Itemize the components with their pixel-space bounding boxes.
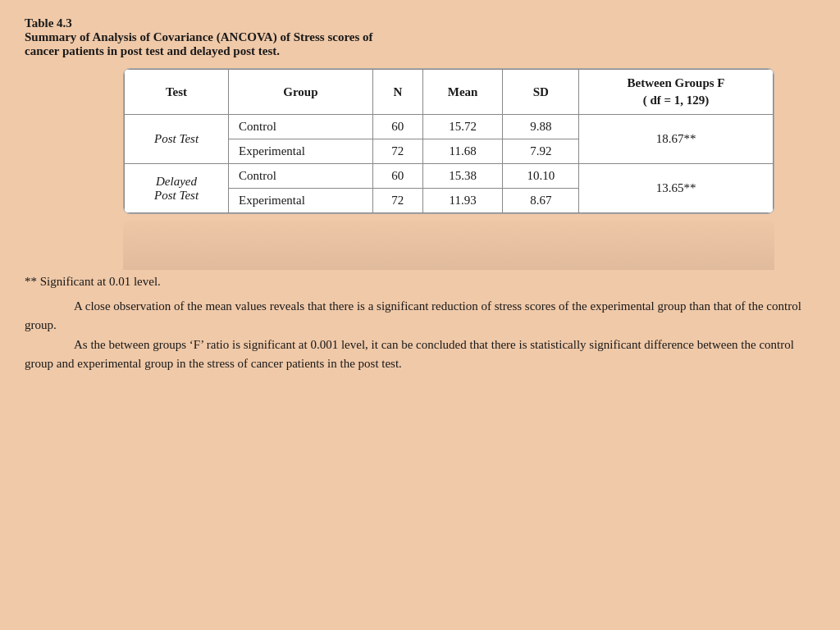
mean-control-1: 15.72 [422, 115, 503, 139]
group-control-2: Control [229, 164, 373, 189]
data-table-wrapper: Test Group N Mean SD Between Groups F ( … [123, 68, 774, 214]
group-experimental-1: Experimental [229, 139, 373, 164]
page-content: Table 4.3 Summary of Analysis of Covaria… [0, 0, 840, 390]
paragraph-2: As the between groups ‘F’ ratio is signi… [25, 336, 815, 372]
sd-control-2: 10.10 [503, 164, 579, 189]
col-header-sd: SD [503, 70, 579, 115]
title-block: Table 4.3 Summary of Analysis of Covaria… [25, 16, 815, 58]
group-control-1: Control [229, 115, 373, 139]
col-header-n: N [372, 70, 422, 115]
table-reflection [123, 221, 774, 270]
ancova-table: Test Group N Mean SD Between Groups F ( … [124, 69, 774, 213]
f-value-post-test: 18.67** [579, 115, 774, 164]
table-row: DelayedPost Test Control 60 15.38 10.10 … [125, 164, 774, 189]
test-post-test: Post Test [125, 115, 229, 164]
col-header-group: Group [229, 70, 373, 115]
sd-experimental-2: 8.67 [503, 189, 579, 213]
f-value-delayed-post-test: 13.65** [579, 164, 774, 213]
sd-control-1: 9.88 [503, 115, 579, 139]
test-delayed-post-test: DelayedPost Test [125, 164, 229, 213]
n-experimental-1: 72 [372, 139, 422, 164]
mean-experimental-2: 11.93 [422, 189, 503, 213]
mean-control-2: 15.38 [422, 164, 503, 189]
footnote: ** Significant at 0.01 level. [25, 275, 815, 289]
title-line2: Summary of Analysis of Covariance (ANCOV… [25, 30, 815, 44]
title-line3: cancer patients in post test and delayed… [25, 44, 815, 58]
n-control-2: 60 [372, 164, 422, 189]
paragraph-1: A close observation of the mean values r… [25, 297, 815, 334]
n-control-1: 60 [372, 115, 422, 139]
table-row: Post Test Control 60 15.72 9.88 18.67** [125, 115, 774, 139]
col-header-test: Test [125, 70, 229, 115]
col-header-between-groups: Between Groups F ( df = 1, 129) [579, 70, 774, 115]
title-line1: Table 4.3 [25, 16, 815, 30]
sd-experimental-1: 7.92 [503, 139, 579, 164]
mean-experimental-1: 11.68 [422, 139, 503, 164]
group-experimental-2: Experimental [229, 189, 373, 213]
col-header-mean: Mean [422, 70, 503, 115]
paragraph-block: A close observation of the mean values r… [25, 297, 815, 372]
n-experimental-2: 72 [372, 189, 422, 213]
